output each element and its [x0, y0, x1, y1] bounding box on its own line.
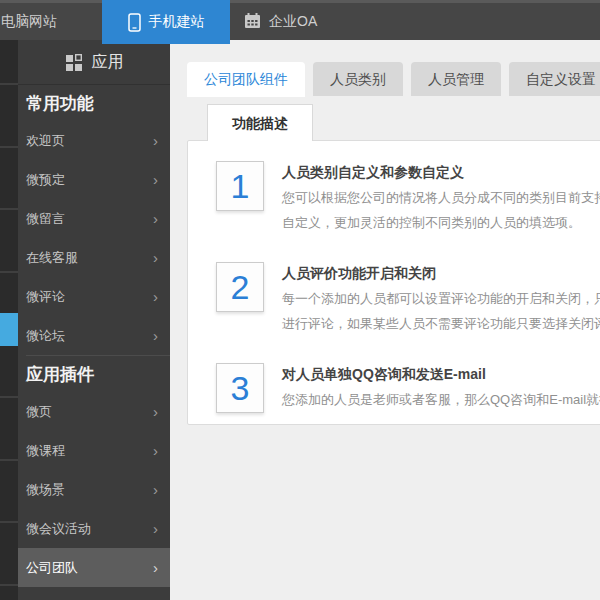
feature-text: 人员类别自定义和参数自定义 您可以根据您公司的情况将人员分成不同的类别目前支持二…	[282, 161, 600, 235]
app-grid-icon	[65, 53, 83, 71]
feature-description-line: 进行评论，如果某些人员不需要评论功能只要选择关闭评论功能就	[282, 311, 600, 336]
chevron-right-icon: ›	[153, 560, 158, 575]
feature-text: 人员评价功能开启和关闭 每一个添加的人员都可以设置评论功能的开启和关闭，只有注册…	[282, 262, 600, 336]
tab-bar: 公司团队组件 人员类别 人员管理 自定义设置 评价设置	[187, 62, 600, 97]
main-content: 公司团队组件 人员类别 人员管理 自定义设置 评价设置 功能描述 1 人员类别自…	[170, 40, 600, 600]
topbar-tab-mobile-site[interactable]: 手机建站	[102, 0, 230, 44]
chevron-right-icon: ›	[153, 289, 158, 304]
feature-item-1: 1 人员类别自定义和参数自定义 您可以根据您公司的情况将人员分成不同的类别目前支…	[216, 161, 600, 235]
topbar-tab-pc-site[interactable]: 电脑网站	[1, 3, 57, 40]
chevron-right-icon: ›	[153, 328, 158, 343]
sidebar-menu: 应用 常用功能 欢迎页 › 微预定 › 微留言 › 在线客服 › 微评论 › 微…	[18, 40, 170, 587]
chevron-right-icon: ›	[153, 250, 158, 265]
sidebar-item-label: 微论坛	[26, 327, 65, 345]
sidebar-item-label: 微课程	[26, 442, 65, 460]
feature-item-2: 2 人员评价功能开启和关闭 每一个添加的人员都可以设置评论功能的开启和关闭，只有…	[216, 262, 600, 336]
feature-description-line: 您添加的人员是老师或者客服，那么QQ咨询和E-mail就很方便的让	[282, 387, 600, 412]
sidebar-item-micro-page[interactable]: 微页 ›	[18, 392, 170, 431]
sidebar-item-label: 公司团队	[26, 559, 78, 577]
sidebar-item-micro-scene[interactable]: 微场景 ›	[18, 470, 170, 509]
chevron-right-icon: ›	[153, 443, 158, 458]
feature-number-badge: 3	[216, 363, 264, 413]
calendar-icon	[244, 13, 261, 30]
chevron-right-icon: ›	[153, 211, 158, 226]
chevron-right-icon: ›	[153, 404, 158, 419]
sidebar-section-plugins: 应用插件	[18, 356, 170, 392]
feature-description-line: 您可以根据您公司的情况将人员分成不同的类别目前支持二级分类	[282, 185, 600, 210]
feature-title: 人员类别自定义和参数自定义	[282, 162, 600, 182]
feature-number-badge: 2	[216, 262, 264, 312]
sidebar-item-micro-course[interactable]: 微课程 ›	[18, 431, 170, 470]
sidebar: 应用 常用功能 欢迎页 › 微预定 › 微留言 › 在线客服 › 微评论 › 微…	[0, 40, 170, 600]
sidebar-section-common: 常用功能	[18, 85, 170, 121]
feature-number-badge: 1	[216, 161, 264, 211]
chevron-right-icon: ›	[153, 133, 158, 148]
chevron-right-icon: ›	[153, 172, 158, 187]
rail-active-indicator	[0, 313, 18, 346]
sidebar-item-apps[interactable]: 应用	[18, 40, 170, 85]
sidebar-item-label: 微预定	[26, 171, 65, 189]
topbar-tab-oa-label: 企业OA	[269, 13, 317, 31]
sidebar-item-label: 微场景	[26, 481, 65, 499]
feature-description-line: 自定义，更加灵活的控制不同类别的人员的填选项。	[282, 210, 600, 235]
sidebar-item-label: 微评论	[26, 288, 65, 306]
sidebar-item-label: 微会议活动	[26, 520, 91, 538]
sidebar-item-welcome-page[interactable]: 欢迎页 ›	[18, 121, 170, 160]
sidebar-item-micro-meeting[interactable]: 微会议活动 ›	[18, 509, 170, 548]
topbar-tab-enterprise-oa[interactable]: 企业OA	[244, 3, 317, 40]
rail-divider	[0, 208, 18, 210]
phone-icon	[128, 13, 141, 32]
sidebar-item-company-team[interactable]: 公司团队 ›	[18, 548, 170, 587]
sidebar-item-micro-message[interactable]: 微留言 ›	[18, 199, 170, 238]
sidebar-item-label: 在线客服	[26, 249, 78, 267]
feature-title: 人员评价功能开启和关闭	[282, 263, 600, 283]
chevron-right-icon: ›	[153, 521, 158, 536]
rail-divider	[0, 83, 18, 85]
tab-personnel-category[interactable]: 人员类别	[313, 62, 403, 96]
sidebar-item-label: 微留言	[26, 210, 65, 228]
sidebar-item-micro-forum[interactable]: 微论坛 ›	[18, 316, 170, 355]
feature-description-line: 每一个添加的人员都可以设置评论功能的开启和关闭，只有注册您	[282, 286, 600, 311]
topbar-tab-mobile-label: 手机建站	[149, 13, 205, 31]
top-bar: 电脑网站 手机建站 企业OA	[0, 0, 600, 40]
feature-description-card: 1 人员类别自定义和参数自定义 您可以根据您公司的情况将人员分成不同的类别目前支…	[187, 140, 600, 425]
rail-divider	[0, 146, 18, 148]
sidebar-item-apps-label: 应用	[92, 52, 124, 73]
feature-text: 对人员单独QQ咨询和发送E-mail 您添加的人员是老师或者客服，那么QQ咨询和…	[282, 363, 600, 413]
sidebar-item-online-service[interactable]: 在线客服 ›	[18, 238, 170, 277]
subtab-feature-description[interactable]: 功能描述	[207, 104, 313, 141]
feature-title: 对人员单独QQ咨询和发送E-mail	[282, 364, 600, 384]
rail-divider	[0, 584, 18, 586]
sidebar-item-label: 欢迎页	[26, 132, 65, 150]
rail-divider	[0, 521, 18, 523]
sidebar-rail	[0, 40, 18, 600]
rail-divider	[0, 459, 18, 461]
rail-divider	[0, 271, 18, 273]
sidebar-item-label: 微页	[26, 403, 52, 421]
sidebar-item-micro-booking[interactable]: 微预定 ›	[18, 160, 170, 199]
sidebar-item-micro-comment[interactable]: 微评论 ›	[18, 277, 170, 316]
feature-item-3: 3 对人员单独QQ咨询和发送E-mail 您添加的人员是老师或者客服，那么QQ咨…	[216, 363, 600, 413]
tab-company-team-component[interactable]: 公司团队组件	[187, 62, 305, 97]
chevron-right-icon: ›	[153, 482, 158, 497]
tab-personnel-management[interactable]: 人员管理	[411, 62, 501, 96]
tab-custom-settings[interactable]: 自定义设置	[509, 62, 600, 96]
rail-divider	[0, 396, 18, 398]
